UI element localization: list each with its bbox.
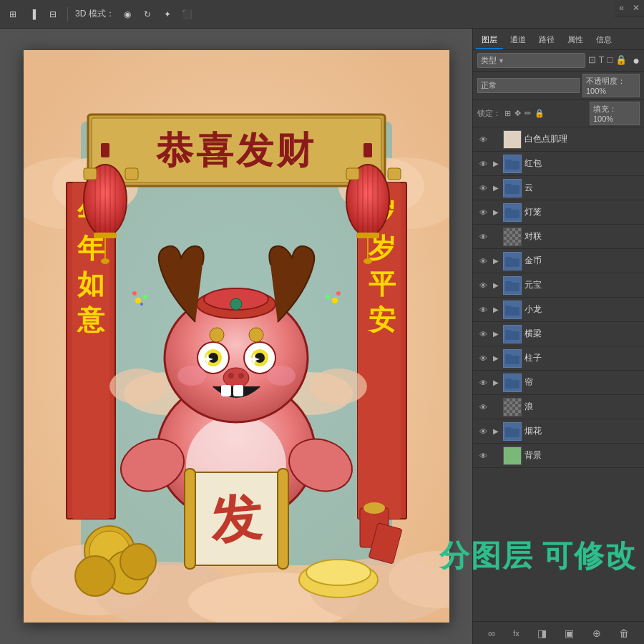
toolbar: ⊞ ▐ ⊟ 3D 模式： ◉ ↻ ✦ ⬛ (0, 0, 644, 29)
blend-mode-dropdown[interactable]: 正常 (477, 78, 580, 93)
link-icon[interactable]: ∞ (485, 625, 498, 642)
layer-visibility-icon[interactable]: 👁 (477, 306, 489, 314)
art-lock-icon[interactable]: ✏ (524, 108, 532, 119)
layout-icon[interactable]: ⊟ (46, 7, 60, 21)
layer-thumbnail (503, 179, 522, 197)
layer-visibility-icon[interactable]: 👁 (477, 403, 489, 411)
close-panel-icon[interactable]: ✕ (628, 0, 644, 16)
new-layer-icon[interactable]: ⊕ (590, 625, 604, 642)
layer-item[interactable]: 👁▶烟花 (473, 419, 644, 444)
main-area: 恭喜发财 年 年 如 意 岁 岁 平 安 (0, 29, 644, 644)
tab-paths[interactable]: 路径 (533, 31, 560, 49)
layer-item[interactable]: 👁对联 (473, 225, 644, 249)
layer-expand-icon[interactable]: ▶ (492, 160, 500, 167)
tab-channels[interactable]: 通道 (504, 31, 532, 49)
bar-chart-icon[interactable]: ▐ (26, 7, 40, 21)
delete-icon[interactable]: 🗑 (616, 625, 632, 642)
fx-icon[interactable]: fx (510, 626, 522, 640)
move-lock-icon[interactable]: ✥ (514, 108, 522, 119)
rect-filter-icon[interactable]: □ (607, 54, 613, 67)
layer-expand-icon[interactable]: ▶ (492, 427, 500, 435)
layer-expand-icon[interactable]: ▶ (492, 208, 500, 216)
layer-item[interactable]: 👁▶金币 (473, 249, 644, 273)
svg-text:发: 发 (207, 489, 264, 550)
svg-point-48 (310, 369, 367, 404)
layer-expand-icon[interactable]: ▶ (492, 184, 500, 192)
layer-item[interactable]: 👁白色点肌理 (473, 127, 644, 152)
layer-expand-icon[interactable]: ▶ (492, 306, 500, 313)
mode-label: 3D 模式： (75, 8, 114, 20)
svg-rect-40 (356, 233, 379, 238)
layer-visibility-icon[interactable]: 👁 (477, 354, 489, 363)
dropdown-arrow-icon: ▼ (498, 57, 504, 64)
svg-point-94 (326, 295, 330, 299)
layer-visibility-icon[interactable]: 👁 (477, 281, 489, 290)
lock-filter-icon[interactable]: 🔒 (615, 54, 627, 67)
mask-icon[interactable]: ◨ (535, 625, 550, 642)
video-icon[interactable]: ⬛ (180, 7, 195, 21)
layer-visibility-icon[interactable]: 👁 (477, 135, 489, 144)
svg-point-96 (364, 502, 385, 514)
rotate-icon[interactable]: ↻ (140, 7, 155, 21)
layer-visibility-icon[interactable]: 👁 (477, 160, 489, 168)
T-filter-icon[interactable]: T (599, 54, 605, 67)
svg-rect-107 (505, 281, 512, 284)
layer-name: 小龙 (525, 303, 640, 316)
layer-item[interactable]: 👁▶柱子 (473, 346, 644, 371)
sphere-icon[interactable]: ◉ (120, 7, 135, 21)
layer-item[interactable]: 👁▶元宝 (473, 273, 644, 298)
layer-item[interactable]: 👁浪 (473, 395, 644, 419)
svg-rect-32 (125, 168, 138, 180)
svg-rect-117 (505, 427, 512, 430)
collapse-icon[interactable]: « (615, 0, 628, 16)
grid-icon[interactable]: ⊞ (6, 7, 20, 21)
layer-visibility-icon[interactable]: 👁 (477, 257, 489, 265)
svg-rect-111 (505, 330, 512, 333)
layer-expand-icon[interactable]: ▶ (492, 379, 500, 386)
layer-visibility-icon[interactable]: 👁 (477, 233, 489, 241)
artwork-canvas[interactable]: 恭喜发财 年 年 如 意 岁 岁 平 安 (24, 50, 449, 623)
layer-visibility-icon[interactable]: 👁 (477, 330, 489, 338)
tab-properties[interactable]: 属性 (562, 31, 589, 49)
svg-point-59 (75, 556, 115, 596)
layer-item[interactable]: 👁▶灯笼 (473, 200, 644, 225)
layer-item[interactable]: 👁背景 (473, 444, 644, 468)
opacity-value: 100% (586, 87, 606, 95)
group-icon[interactable]: ▣ (562, 625, 577, 642)
filter-type-dropdown[interactable]: 类型 ▼ (477, 53, 585, 68)
all-lock-icon[interactable]: 🔒 (534, 108, 545, 119)
layer-name: 浪 (525, 401, 640, 413)
layer-expand-icon[interactable]: ▶ (492, 257, 500, 265)
fill-field[interactable]: 填充：100% (590, 102, 640, 125)
svg-point-42 (364, 258, 372, 264)
layer-visibility-icon[interactable]: 👁 (477, 427, 489, 436)
layer-thumbnail (503, 155, 522, 173)
layer-item[interactable]: 👁▶云 (473, 176, 644, 200)
layer-visibility-icon[interactable]: 👁 (477, 379, 489, 387)
layer-visibility-icon[interactable]: 👁 (477, 184, 489, 192)
star-icon[interactable]: ✦ (160, 7, 175, 21)
layer-thumbnail (503, 374, 522, 392)
layer-item[interactable]: 👁▶帘 (473, 371, 644, 395)
svg-rect-78 (221, 385, 231, 396)
svg-point-55 (306, 560, 371, 585)
opacity-label: 不透明度： (586, 77, 625, 85)
opacity-field[interactable]: 不透明度：100% (582, 74, 640, 97)
filter-icon[interactable]: ⊡ (588, 54, 596, 67)
tab-info[interactable]: 信息 (590, 31, 618, 49)
layer-item[interactable]: 👁▶小龙 (473, 298, 644, 322)
layer-visibility-icon[interactable]: 👁 (477, 452, 489, 460)
layer-expand-icon[interactable]: ▶ (492, 330, 500, 338)
layer-expand-icon[interactable]: ▶ (492, 281, 500, 289)
svg-point-89 (132, 291, 137, 296)
layer-item[interactable]: 👁▶红包 (473, 152, 644, 176)
checkerboard-lock-icon[interactable]: ⊞ (504, 108, 512, 119)
layer-expand-icon[interactable]: ▶ (492, 354, 500, 362)
layer-item[interactable]: 👁▶横梁 (473, 322, 644, 346)
layer-visibility-icon[interactable]: 👁 (477, 208, 489, 217)
tab-layers[interactable]: 图层 (476, 31, 503, 49)
blend-mode-value: 正常 (481, 81, 497, 89)
lock-label: 锁定： (477, 108, 501, 119)
svg-rect-21 (101, 143, 109, 157)
svg-point-73 (208, 353, 218, 363)
